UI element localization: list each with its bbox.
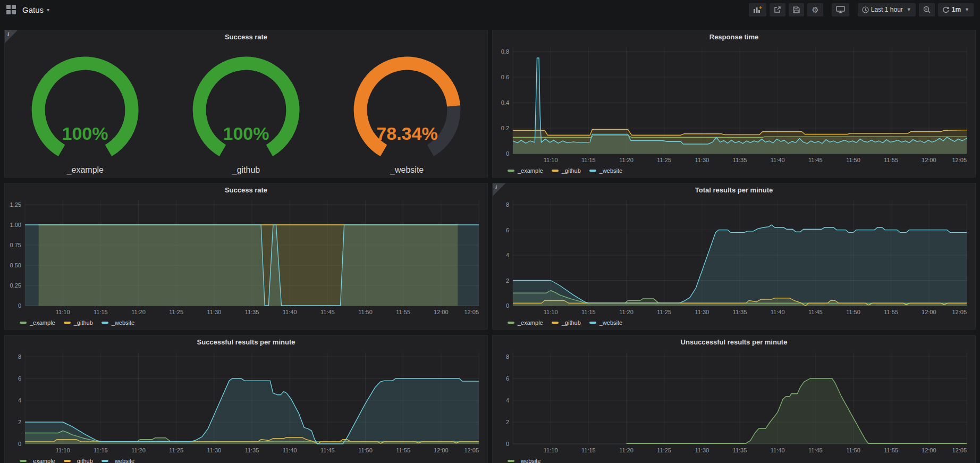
- svg-text:12:00: 12:00: [922, 309, 936, 315]
- dashboards-grid-icon[interactable]: [6, 5, 16, 14]
- svg-text:2: 2: [18, 419, 21, 425]
- refresh-button[interactable]: 1m ▼: [938, 3, 974, 16]
- svg-text:11:45: 11:45: [320, 309, 335, 315]
- legend-label: _example: [30, 319, 55, 326]
- svg-text:11:40: 11:40: [771, 309, 785, 315]
- svg-text:11:20: 11:20: [619, 157, 633, 163]
- svg-text:12:00: 12:00: [922, 157, 936, 163]
- svg-text:0.25: 0.25: [10, 282, 21, 289]
- panel-title[interactable]: Success rate: [5, 30, 487, 44]
- legend-label: _github: [74, 458, 93, 463]
- legend-item-_website[interactable]: _website: [589, 167, 622, 174]
- total-results-chart[interactable]: 0246811:1011:1511:2011:2511:3011:3511:40…: [493, 197, 975, 316]
- svg-text:12:05: 12:05: [952, 309, 967, 315]
- legend-marker: [508, 170, 514, 172]
- svg-text:11:35: 11:35: [733, 309, 747, 315]
- chart-legend: _example_github_website: [493, 164, 975, 177]
- legend-item-_example[interactable]: _example: [20, 319, 55, 326]
- chart-legend: _example_github_website: [5, 316, 487, 329]
- svg-text:11:10: 11:10: [544, 447, 558, 453]
- panel-title[interactable]: Total results per minute: [493, 183, 975, 197]
- settings-button[interactable]: ⚙: [807, 3, 823, 16]
- svg-text:11:30: 11:30: [695, 309, 709, 315]
- legend-item-_github[interactable]: _github: [552, 167, 581, 174]
- svg-text:11:50: 11:50: [846, 309, 860, 315]
- successful-results-chart[interactable]: 0246811:1011:1511:2011:2511:3011:3511:40…: [5, 349, 487, 454]
- svg-text:11:25: 11:25: [169, 447, 183, 453]
- dashboard-title[interactable]: Gatus: [22, 5, 44, 14]
- svg-text:78.34%: 78.34%: [376, 123, 437, 144]
- navbar: Gatus ▾ + ⚙ Last 1 hour ▼ 1m ▼: [0, 0, 980, 19]
- legend-item-_website[interactable]: _website: [102, 319, 134, 326]
- legend-item-_github[interactable]: _github: [64, 458, 93, 463]
- legend-marker: [508, 322, 514, 324]
- panel-title[interactable]: Success rate: [5, 183, 487, 197]
- legend-label: _github: [562, 319, 581, 326]
- svg-text:12:05: 12:05: [952, 157, 967, 163]
- legend-marker: [102, 460, 108, 462]
- legend-marker: [20, 322, 27, 324]
- svg-text:11:45: 11:45: [808, 157, 823, 163]
- response-time-chart[interactable]: 00.20.40.60.811:1011:1511:2011:2511:3011…: [493, 44, 975, 164]
- svg-text:11:45: 11:45: [808, 447, 823, 453]
- chevron-down-icon: ▼: [965, 7, 969, 12]
- legend-item-_github[interactable]: _github: [552, 319, 581, 326]
- legend-label: _website: [112, 458, 134, 463]
- svg-text:11:35: 11:35: [733, 157, 747, 163]
- legend-marker: [552, 322, 559, 324]
- svg-text:4: 4: [506, 397, 509, 403]
- svg-text:0.2: 0.2: [501, 125, 509, 131]
- svg-text:11:45: 11:45: [808, 309, 823, 315]
- svg-text:11:45: 11:45: [320, 447, 335, 453]
- svg-text:2: 2: [506, 419, 509, 425]
- svg-text:11:40: 11:40: [771, 157, 785, 163]
- legend-item-_website[interactable]: _website: [508, 458, 540, 463]
- zoom-out-button[interactable]: [919, 3, 935, 16]
- gauge-_github: 100%_github: [166, 55, 327, 177]
- legend-marker: [508, 460, 514, 462]
- panel-title[interactable]: Unsuccessful results per minute: [493, 335, 975, 349]
- add-panel-button[interactable]: +: [749, 3, 766, 16]
- panel-title[interactable]: Successful results per minute: [5, 335, 487, 349]
- svg-text:11:30: 11:30: [695, 157, 709, 163]
- svg-text:11:35: 11:35: [245, 309, 259, 315]
- panel-info-icon[interactable]: i: [493, 183, 505, 196]
- legend-label: _github: [562, 167, 581, 174]
- legend-item-_github[interactable]: _github: [64, 319, 93, 326]
- legend-item-_example[interactable]: _example: [508, 167, 543, 174]
- svg-text:0: 0: [18, 302, 21, 309]
- svg-text:+: +: [759, 6, 762, 11]
- svg-text:11:15: 11:15: [581, 447, 596, 453]
- panel-title[interactable]: Response time: [493, 30, 975, 44]
- share-button[interactable]: [770, 3, 785, 16]
- svg-text:6: 6: [506, 227, 509, 233]
- panel-successful-results: Successful results per minute 0246811:10…: [4, 335, 488, 463]
- svg-text:11:25: 11:25: [169, 309, 183, 315]
- svg-text:12:05: 12:05: [464, 309, 479, 315]
- svg-text:6: 6: [506, 375, 509, 382]
- legend-item-_example[interactable]: _example: [20, 458, 55, 463]
- gear-icon: ⚙: [812, 6, 818, 14]
- svg-text:11:15: 11:15: [581, 309, 596, 315]
- unsuccessful-results-chart[interactable]: 0246811:1011:1511:2011:2511:3011:3511:40…: [493, 349, 975, 454]
- legend-item-_website[interactable]: _website: [589, 319, 622, 326]
- legend-label: _website: [112, 319, 134, 326]
- success-rate-chart[interactable]: 00.250.500.751.001.2511:1011:1511:2011:2…: [5, 197, 487, 316]
- legend-item-_example[interactable]: _example: [508, 319, 543, 326]
- svg-text:11:55: 11:55: [396, 309, 410, 315]
- save-button[interactable]: [789, 3, 804, 16]
- svg-text:11:10: 11:10: [544, 157, 558, 163]
- cycle-view-button[interactable]: [832, 3, 849, 16]
- time-range-button[interactable]: Last 1 hour ▼: [858, 3, 916, 16]
- gauge-label: _website: [390, 165, 424, 175]
- svg-text:11:10: 11:10: [544, 309, 558, 315]
- svg-text:100%: 100%: [223, 123, 269, 144]
- svg-text:11:15: 11:15: [94, 309, 108, 315]
- legend-item-_website[interactable]: _website: [102, 458, 134, 463]
- panel-total-results: i Total results per minute 0246811:1011:…: [492, 183, 976, 330]
- svg-text:11:10: 11:10: [56, 309, 70, 315]
- svg-text:11:55: 11:55: [884, 157, 898, 163]
- panel-info-icon[interactable]: i: [5, 30, 18, 43]
- svg-text:8: 8: [506, 353, 509, 360]
- legend-marker: [589, 170, 596, 172]
